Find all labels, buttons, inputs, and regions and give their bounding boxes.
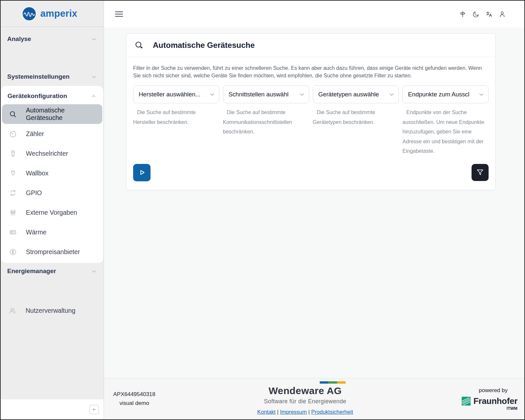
endpunkte-select[interactable]: Endpunkte zum Ausscl xyxy=(402,85,489,103)
sidebar-footer xyxy=(1,399,104,419)
page-title: Automatische Gerätesuche xyxy=(153,41,255,50)
sliders-icon xyxy=(9,209,17,217)
sidebar: amperix Analyse Systemeinstellungen Gerä… xyxy=(1,1,104,419)
sidebar-item-label: Wechselrichter xyxy=(26,150,68,157)
sidebar-item-label: Externe Vorgaben xyxy=(26,209,77,216)
company-name: Wendeware AG xyxy=(264,386,346,396)
brand-logo: amperix xyxy=(1,1,104,27)
search-icon xyxy=(9,110,17,118)
link-separator: | xyxy=(308,409,310,415)
main-area: Automatische Gerätesuche Filter in der S… xyxy=(104,1,524,419)
search-icon xyxy=(134,41,144,50)
footer-center: Wendeware AG Software für die Energiewen… xyxy=(165,378,446,419)
card-body: Filter in der Suche zu verwenden, führt … xyxy=(127,57,495,190)
account-button[interactable] xyxy=(498,10,506,18)
chevron-down-icon xyxy=(388,91,395,98)
sidebar-item-label: Strompreisanbieter xyxy=(26,248,80,256)
sidebar-item-label: Automatische Gerätesuche xyxy=(26,107,102,122)
filter-column-geraetetypen: Gerätetypen auswähle Die Suche auf besti… xyxy=(313,85,399,156)
device-id: APX6449540318 xyxy=(113,391,155,398)
moon-dark-mode-icon xyxy=(472,10,480,18)
heat-unit-icon xyxy=(9,228,17,236)
spacer xyxy=(1,279,104,301)
hamburger-menu-button[interactable] xyxy=(115,11,123,17)
impressum-link[interactable]: Impressum xyxy=(280,409,307,415)
sidebar-item-automatische-geraetesuche[interactable]: Automatische Gerätesuche xyxy=(2,104,102,124)
schnittstellen-select[interactable]: Schnittstellen auswähl xyxy=(223,85,309,103)
schnittstellen-help-text: Die Suche auf bestimmte Kommunikationssc… xyxy=(223,108,309,137)
wendeware-color-bar xyxy=(320,381,346,384)
filter-column-endpunkte: Endpunkte zum Ausscl Endpunkte von der S… xyxy=(402,85,489,156)
sidebar-item-label: Nutzerverwaltung xyxy=(26,307,75,314)
sidebar-item-label: Zähler xyxy=(26,130,44,138)
sidebar-item-gpio[interactable]: GPIO xyxy=(1,183,103,203)
chevron-up-icon xyxy=(91,93,97,99)
sidebar-section-systemeinstellungen[interactable]: Systemeinstellungen xyxy=(1,69,104,85)
page-content: Automatische Gerätesuche Filter in der S… xyxy=(104,28,524,378)
filter-column-schnittstellen: Schnittstellen auswähl Die Suche auf bes… xyxy=(223,85,309,156)
sidebar-item-label: Wallbox xyxy=(26,170,49,177)
sidebar-item-label: Wärme xyxy=(26,229,47,236)
powered-by-label: powered by xyxy=(479,387,508,394)
price-dollar-icon xyxy=(9,248,17,256)
endpunkte-help-text: Endpunkte von der Suche ausschließen. Um… xyxy=(402,108,489,156)
device-search-card: Automatische Gerätesuche Filter in der S… xyxy=(126,33,495,190)
geraetetypen-select[interactable]: Gerätetypen auswähle xyxy=(313,85,399,103)
hersteller-select[interactable]: Hersteller auswählen... xyxy=(133,85,219,103)
user-account-icon xyxy=(498,10,506,18)
hersteller-help-text: Die Suche auf bestimmte Hersteller besch… xyxy=(133,108,219,127)
fraunhofer-wordmark: Fraunhofer ITWM xyxy=(474,397,517,411)
sidebar-section-geraetekonfiguration[interactable]: Gerätekonfiguration xyxy=(1,88,103,104)
collapse-left-icon xyxy=(91,407,97,412)
sidebar-item-wechselrichter[interactable]: Wechselrichter xyxy=(1,144,103,163)
footer: APX6449540318 visual demo Wendeware AG S… xyxy=(104,378,524,419)
amperix-logo-icon xyxy=(22,6,37,21)
kontakt-link[interactable]: Kontakt xyxy=(257,409,275,415)
footer-right: powered by Fraunhofer ITWM xyxy=(446,378,524,419)
wendeware-logo: Wendeware AG Software für die Energiewen… xyxy=(264,381,346,405)
device-name: visual demo xyxy=(119,400,149,407)
language-button[interactable] xyxy=(485,10,493,18)
sync-arrows-icon xyxy=(9,189,17,197)
signpost-icon xyxy=(459,10,467,18)
guide-button[interactable] xyxy=(459,10,467,18)
funnel-icon xyxy=(476,168,484,177)
sidebar-item-waerme[interactable]: Wärme xyxy=(1,222,103,242)
produktsicherheit-link[interactable]: Produktsicherheit xyxy=(311,409,353,415)
chevron-down-icon xyxy=(91,74,97,80)
sidebar-item-nutzerverwaltung[interactable]: Nutzerverwaltung xyxy=(1,301,104,320)
sidebar-item-strompreisanbieter[interactable]: Strompreisanbieter xyxy=(1,242,103,262)
company-tagline: Software für die Energiewende xyxy=(264,398,346,405)
sidebar-item-label: GPIO xyxy=(26,189,42,197)
sidebar-item-zaehler[interactable]: Zähler xyxy=(1,124,103,144)
filter-column-hersteller: Hersteller auswählen... Die Suche auf be… xyxy=(133,85,219,156)
footer-links: Kontakt | Impressum | Produktsicherheit xyxy=(257,409,353,415)
dark-mode-button[interactable] xyxy=(472,10,480,18)
chevron-down-icon xyxy=(91,36,97,42)
chevron-down-icon xyxy=(209,91,215,98)
translate-language-icon xyxy=(485,10,493,18)
link-separator: | xyxy=(277,409,278,415)
inverter-icon xyxy=(9,150,17,158)
chevron-down-icon xyxy=(478,91,485,98)
collapse-sidebar-button[interactable] xyxy=(90,405,99,414)
sidebar-section-energiemanager[interactable]: Energiemanager xyxy=(1,263,104,279)
meter-gauge-icon xyxy=(9,130,17,138)
sidebar-item-externe-vorgaben[interactable]: Externe Vorgaben xyxy=(1,203,103,222)
topbar-actions xyxy=(459,10,506,18)
search-description: Filter in der Suche zu verwenden, führt … xyxy=(133,64,489,79)
hamburger-menu-icon xyxy=(115,11,123,17)
fraunhofer-logo: Fraunhofer ITWM xyxy=(462,397,517,411)
start-search-button[interactable] xyxy=(133,164,151,181)
device-info: APX6449540318 visual demo xyxy=(104,378,165,419)
sidebar-section-analyse[interactable]: Analyse xyxy=(1,31,104,47)
chevron-down-icon xyxy=(299,91,305,98)
sidebar-nav: Analyse Systemeinstellungen Gerätekonfig… xyxy=(1,27,104,399)
sidebar-item-wallbox[interactable]: Wallbox xyxy=(1,163,103,183)
filter-row: Hersteller auswählen... Die Suche auf be… xyxy=(133,85,489,156)
play-icon xyxy=(137,168,147,177)
chevron-down-icon xyxy=(91,268,97,274)
geraetetypen-help-text: Die Suche auf bestimmte Gerätetypen besc… xyxy=(313,108,399,127)
filter-settings-button[interactable] xyxy=(472,164,489,181)
plug-icon xyxy=(9,169,17,177)
